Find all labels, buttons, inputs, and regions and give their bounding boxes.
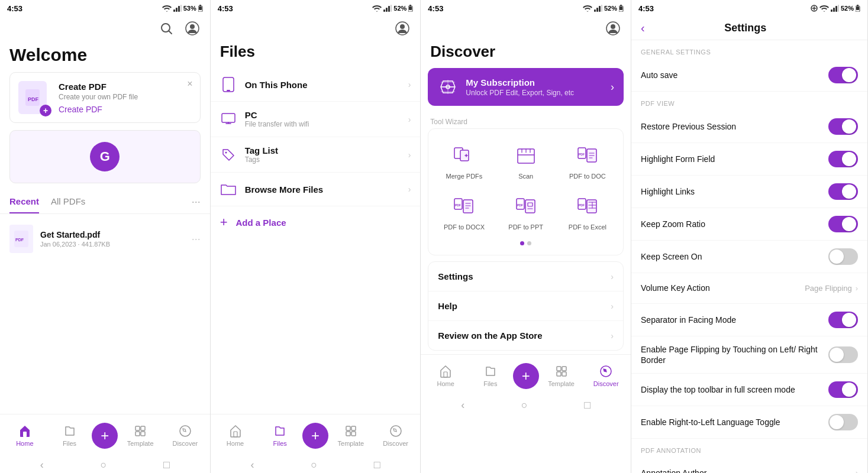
highlight-form-label: Highlight Form Field <box>641 154 828 164</box>
files-nav-files-icon <box>273 424 287 438</box>
file-list: PDF Get Started.pdf Jan 06,2023 · 441.87… <box>0 214 210 414</box>
discover-title: Discover <box>421 40 631 68</box>
page-flipping-toggle[interactable] <box>828 346 858 363</box>
profile-button[interactable] <box>184 20 201 37</box>
files-add-place[interactable]: + Add a Place <box>211 206 421 238</box>
tab-recent[interactable]: Recent <box>9 190 39 213</box>
svg-text:PDF: PDF <box>28 96 39 102</box>
files-profile-button[interactable] <box>394 20 411 37</box>
home-gesture[interactable]: ○ <box>100 459 107 471</box>
pc-subtitle: File transfer with wifi <box>245 120 400 128</box>
svg-rect-27 <box>409 7 412 10</box>
nav-template[interactable]: Template <box>118 424 163 447</box>
discover-nav-home[interactable]: Home <box>423 364 468 387</box>
settings-label: Settings <box>438 271 611 281</box>
keep-screen-on-toggle[interactable] <box>828 248 858 265</box>
create-pdf-card[interactable]: PDF + Create PDF Create your own PDF fil… <box>9 72 201 123</box>
files-tag-list[interactable]: Tag List Tags › <box>211 137 421 173</box>
battery-settings: 52% <box>841 5 854 12</box>
files-nav-files[interactable]: Files <box>257 424 302 447</box>
settings-volume-key[interactable]: Volume Key Action Page Flipping › <box>631 273 867 304</box>
promo-card[interactable]: G <box>9 130 201 183</box>
files-nav-template[interactable]: Template <box>328 424 373 447</box>
settings-page-flipping: Enable Page Flipping by Touching on Left… <box>631 336 867 374</box>
tab-all-pdfs[interactable]: All PDFs <box>51 190 85 213</box>
file-more-button[interactable]: ··· <box>192 233 201 245</box>
discover-nav-add-button[interactable]: + <box>513 363 539 389</box>
subscription-banner[interactable]: My Subscription Unlock PDF Edit, Export,… <box>428 68 624 106</box>
nav-template-label: Template <box>127 440 154 447</box>
bottom-nav-discover: Home Files + Template Discover <box>421 354 631 397</box>
svg-rect-36 <box>351 426 356 430</box>
highlight-links-toggle[interactable] <box>828 183 858 200</box>
discover-profile-icon <box>606 21 620 35</box>
files-nav-add-button[interactable]: + <box>302 423 328 449</box>
discover-icon <box>178 424 192 438</box>
create-pdf-link[interactable]: Create PDF <box>59 105 138 114</box>
discover-profile-button[interactable] <box>605 20 621 37</box>
discover-help[interactable]: Help › <box>428 291 623 321</box>
nav-home[interactable]: Home <box>2 424 47 447</box>
files-browse-more[interactable]: Browse More Files › <box>211 173 421 206</box>
restore-session-toggle[interactable] <box>828 118 858 135</box>
svg-text:PDF: PDF <box>517 203 523 207</box>
separator-toggle[interactable] <box>828 312 858 328</box>
pc-icon <box>220 111 237 128</box>
battery-icon-settings <box>856 5 860 12</box>
help-label: Help <box>438 301 611 311</box>
fullscreen-toolbar-toggle[interactable] <box>828 381 858 398</box>
highlight-form-toggle[interactable] <box>828 151 858 167</box>
subscription-title: My Subscription <box>466 77 574 88</box>
files-on-this-phone[interactable]: On This Phone › <box>211 68 421 102</box>
rtl-toggle[interactable] <box>828 414 858 430</box>
tool-pdf-to-excel[interactable]: PDF PDF to Excel <box>557 189 618 235</box>
discover-review[interactable]: Review on the App Store › <box>428 321 623 350</box>
tool-pdf-to-docx[interactable]: PDF PDF to DOCX <box>433 189 495 235</box>
nav-files[interactable]: Files <box>47 424 92 447</box>
svg-point-33 <box>225 151 227 153</box>
discover-nav-files[interactable]: Files <box>468 364 513 387</box>
settings-annotation-author[interactable]: Annotation Author › <box>631 458 867 473</box>
back-gesture[interactable]: ‹ <box>40 459 44 471</box>
discover-nav-template[interactable]: Template <box>539 364 584 387</box>
volume-key-chevron: › <box>856 284 858 293</box>
settings-back-button[interactable]: ‹ <box>641 21 645 35</box>
svg-text:PDF: PDF <box>455 203 461 207</box>
files-title: Files <box>211 40 421 68</box>
recents-gesture[interactable]: □ <box>163 459 170 471</box>
tool-pdf-to-doc[interactable]: PDF PDF to DOC <box>557 138 618 184</box>
files-back-gesture[interactable]: ‹ <box>250 459 254 471</box>
tool-merge-pdfs[interactable]: Merge PDFs <box>433 138 495 184</box>
files-home-gesture[interactable]: ○ <box>311 459 317 471</box>
nav-add-button[interactable]: + <box>92 423 118 449</box>
tool-scan[interactable]: Scan <box>495 138 557 184</box>
discover-back-gesture[interactable]: ‹ <box>461 399 464 412</box>
files-pc[interactable]: PC File transfer with wifi › <box>211 102 421 137</box>
discover-nav-discover[interactable]: Discover <box>583 364 628 387</box>
discover-settings[interactable]: Settings › <box>428 262 623 291</box>
general-settings-section-label: GENERAL SETTINGS <box>631 40 867 59</box>
svg-rect-1 <box>176 8 178 12</box>
files-nav-home[interactable]: Home <box>213 424 258 447</box>
pc-text: PC File transfer with wifi <box>245 110 400 128</box>
file-item[interactable]: PDF Get Started.pdf Jan 06,2023 · 441.87… <box>0 219 210 259</box>
nav-discover[interactable]: Discover <box>163 424 208 447</box>
auto-save-toggle[interactable] <box>828 67 858 83</box>
search-button[interactable] <box>158 20 175 37</box>
files-nav-discover[interactable]: Discover <box>373 424 418 447</box>
separator-label: Separator in Facing Mode <box>641 315 828 325</box>
keep-zoom-toggle[interactable] <box>828 216 858 232</box>
signal-icon-discover <box>594 5 602 12</box>
tool-pdf-to-ppt[interactable]: PDF PDF to PPT <box>495 189 557 235</box>
more-options-button[interactable]: ··· <box>192 196 201 208</box>
discover-home-gesture[interactable]: ○ <box>521 399 528 412</box>
battery-icon <box>198 5 203 12</box>
settings-rtl-toggle: Enable Right-to-Left Language Toggle <box>631 406 867 439</box>
files-recents-gesture[interactable]: □ <box>374 459 380 471</box>
svg-rect-31 <box>227 90 230 91</box>
close-card-button[interactable]: × <box>187 79 192 89</box>
pdf-to-doc-label: PDF to DOC <box>569 173 606 180</box>
status-icons-welcome: 53% <box>162 5 203 12</box>
discover-recents-gesture[interactable]: □ <box>584 399 591 412</box>
svg-rect-74 <box>833 8 835 12</box>
